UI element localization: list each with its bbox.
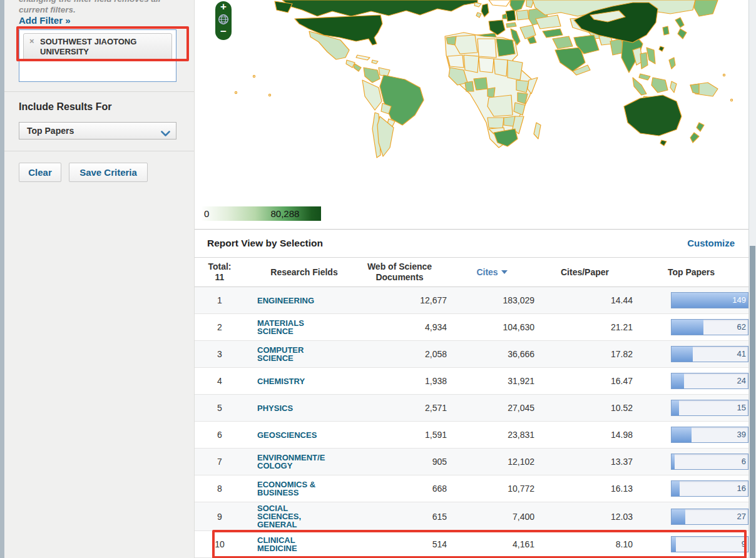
- rank-cell: 2: [195, 322, 245, 332]
- research-field-link[interactable]: SOCIAL SCIENCES, GENERAL: [245, 504, 351, 529]
- report-row: 3COMPUTER SCIENCE2,05836,66617.8241: [195, 341, 748, 368]
- filter-selection-box[interactable]: × SOUTHWEST JIAOTONG UNIVERSITY: [19, 29, 176, 82]
- top-papers-bar: 16: [671, 480, 748, 497]
- top-papers-bar: 27: [671, 509, 748, 525]
- top-papers-bar: 15: [671, 400, 748, 416]
- column-header-cites-per-paper: Cites/Paper: [536, 267, 634, 277]
- wos-documents-cell: 615: [351, 512, 448, 522]
- vertical-scrollbar[interactable]: [748, 0, 756, 558]
- filter-warning-note: changing the filter field removes all cu…: [19, 0, 185, 15]
- top-papers-value: 6: [742, 454, 746, 469]
- cites-per-paper-cell: 12.03: [536, 512, 634, 522]
- map-legend: 0 80,288: [201, 206, 321, 221]
- top-papers-value: 149: [732, 293, 746, 308]
- rank-cell: 7: [195, 457, 245, 467]
- report-row: 10CLINICAL MEDICINE5144,1618.109: [195, 531, 748, 558]
- report-row: 9SOCIAL SCIENCES, GENERAL6157,40012.0327: [195, 502, 748, 531]
- legend-min-label: 0: [204, 208, 209, 219]
- research-field-link[interactable]: CHEMISTRY: [245, 377, 351, 385]
- research-field-link[interactable]: MATERIALS SCIENCE: [245, 319, 351, 335]
- map-section: + − 0 80,288: [195, 0, 748, 229]
- rank-cell: 8: [195, 484, 245, 494]
- wos-documents-cell: 4,934: [351, 322, 448, 332]
- research-field-link[interactable]: ENVIRONMENT/E COLOGY: [245, 454, 351, 470]
- top-papers-bar: 9: [671, 536, 748, 552]
- cites-per-paper-cell: 17.82: [536, 349, 634, 359]
- cites-cell: 36,666: [448, 349, 536, 359]
- cites-cell: 4,161: [448, 539, 536, 549]
- add-filter-link[interactable]: Add Filter »: [19, 15, 71, 26]
- wos-documents-cell: 2,571: [351, 403, 448, 413]
- research-field-link[interactable]: COMPUTER SCIENCE: [245, 346, 351, 362]
- rank-cell: 3: [195, 349, 245, 359]
- research-field-link[interactable]: ENGINEERING: [245, 297, 351, 305]
- map-zoom-control: + −: [215, 1, 232, 40]
- rank-cell: 9: [195, 512, 245, 522]
- filter-tag[interactable]: × SOUTHWEST JIAOTONG UNIVERSITY: [23, 33, 172, 61]
- report-row: 1ENGINEERING12,677183,02914.44149: [195, 287, 748, 314]
- cites-cell: 10,772: [448, 484, 536, 494]
- report-column-headers: Total: 11 Research Fields Web of Science…: [195, 258, 748, 287]
- report-row: 6GEOSCIENCES1,59123,83114.9839: [195, 422, 748, 449]
- wos-documents-cell: 668: [351, 484, 448, 494]
- top-papers-bar-fill: [672, 347, 693, 362]
- zoom-out-button[interactable]: −: [215, 26, 232, 38]
- save-criteria-button[interactable]: Save Criteria: [69, 163, 148, 182]
- chevron-down-icon: [161, 128, 170, 140]
- report-row: 2MATERIALS SCIENCE4,934104,63021.2162: [195, 314, 748, 341]
- cites-cell: 104,630: [448, 322, 536, 332]
- top-papers-bar-fill: [672, 481, 680, 496]
- divider: [4, 91, 194, 92]
- top-papers-bar-fill: [672, 400, 679, 415]
- top-papers-bar-fill: [672, 320, 703, 335]
- top-papers-bar-fill: [672, 454, 675, 469]
- research-field-link[interactable]: ECONOMICS & BUSINESS: [245, 480, 351, 497]
- top-papers-value: 24: [737, 373, 746, 388]
- report-header-bar: Report View by Selection Customize: [195, 230, 748, 258]
- top-papers-bar: 39: [671, 427, 748, 443]
- report-rows: 1ENGINEERING12,677183,02914.441492MATERI…: [195, 287, 748, 558]
- zoom-in-button[interactable]: +: [215, 1, 232, 13]
- top-papers-bar: 41: [671, 346, 748, 362]
- clear-button[interactable]: Clear: [19, 163, 61, 182]
- rank-cell: 10: [195, 539, 245, 549]
- remove-filter-icon[interactable]: ×: [29, 36, 34, 46]
- research-field-link[interactable]: PHYSICS: [245, 404, 351, 412]
- top-papers-bar: 6: [671, 454, 748, 470]
- research-field-link[interactable]: GEOSCIENCES: [245, 431, 351, 439]
- column-header-cites-sort[interactable]: Cites: [448, 267, 536, 277]
- rank-cell: 4: [195, 376, 245, 386]
- divider: [4, 151, 194, 151]
- top-papers-bar-fill: [672, 373, 684, 388]
- top-papers-value: 62: [737, 320, 746, 335]
- cites-cell: 23,831: [448, 430, 536, 440]
- cites-per-paper-cell: 16.13: [536, 484, 634, 494]
- top-papers-value: 15: [737, 400, 746, 415]
- report-section: Report View by Selection Customize Total…: [195, 229, 748, 558]
- cites-cell: 7,400: [448, 512, 536, 522]
- scrollbar-thumb[interactable]: [750, 246, 755, 558]
- research-field-link[interactable]: CLINICAL MEDICINE: [245, 536, 351, 552]
- top-papers-bar: 149: [671, 292, 748, 308]
- sort-descending-icon: [501, 270, 508, 274]
- cites-per-paper-cell: 10.52: [536, 403, 634, 413]
- cites-per-paper-cell: 16.47: [536, 376, 634, 386]
- esi-report-screen: changing the filter field removes all cu…: [0, 0, 756, 558]
- rank-cell: 5: [195, 403, 245, 413]
- top-papers-value: 9: [742, 537, 746, 552]
- dropdown-selected-value: Top Papers: [27, 126, 74, 136]
- globe-icon[interactable]: [215, 13, 232, 26]
- main-content: + − 0 80,288 Report: [195, 0, 748, 558]
- world-map[interactable]: [195, 0, 748, 200]
- include-results-dropdown[interactable]: Top Papers: [19, 122, 176, 140]
- report-row: 4CHEMISTRY1,93831,92116.4724: [195, 368, 748, 395]
- wos-documents-cell: 514: [351, 539, 448, 549]
- rank-cell: 6: [195, 430, 245, 440]
- cites-per-paper-cell: 21.21: [536, 322, 634, 332]
- top-papers-value: 27: [737, 509, 746, 524]
- cites-per-paper-cell: 14.98: [536, 430, 634, 440]
- top-papers-bar-fill: [672, 509, 685, 524]
- cites-per-paper-cell: 14.44: [536, 295, 634, 305]
- include-results-heading: Include Results For: [19, 101, 111, 113]
- customize-link[interactable]: Customize: [687, 238, 735, 248]
